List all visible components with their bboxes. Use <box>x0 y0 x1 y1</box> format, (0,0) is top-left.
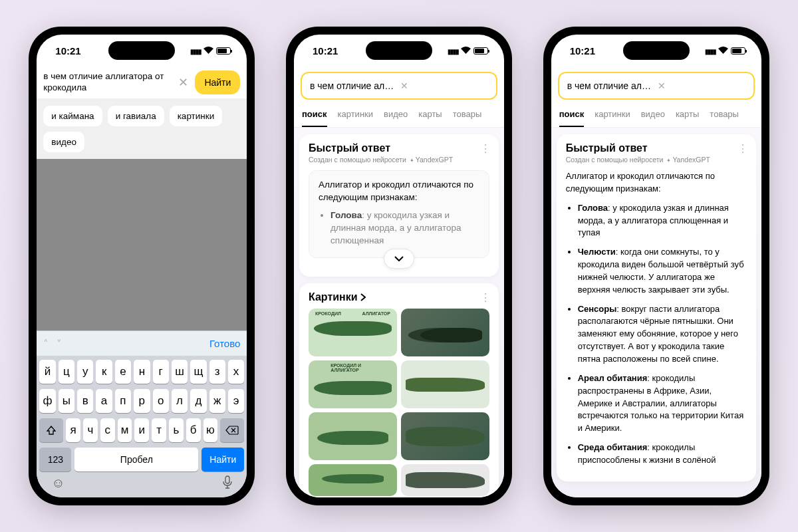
kb-done-button[interactable]: Готово <box>209 338 240 349</box>
answer-bullets: Голова: у крокодила узкая и длинная морд… <box>566 202 747 467</box>
quick-answer-card-expanded: ⋮ Быстрый ответ Создан с помощью нейросе… <box>557 134 756 481</box>
tab-search[interactable]: поиск <box>302 104 327 127</box>
signal-icon <box>448 46 458 56</box>
clear-icon[interactable]: ✕ <box>176 75 191 90</box>
image-result[interactable] <box>309 464 397 496</box>
search-input[interactable]: в чем отличие аллигатора от кр... ✕ <box>558 72 755 100</box>
signal-icon <box>705 46 716 56</box>
letter-key[interactable]: э <box>228 389 244 413</box>
tab-images[interactable]: картинки <box>338 104 374 127</box>
kb-row-2: фывапролджэ <box>39 389 244 413</box>
letter-key[interactable]: г <box>153 360 169 384</box>
status-bar: 10:21 <box>551 35 761 66</box>
shift-key[interactable] <box>39 418 63 442</box>
battery-icon <box>473 47 488 55</box>
answer-bullet: Среда обитания: крокодилы приспособлены … <box>578 442 747 467</box>
letter-key[interactable]: е <box>115 360 131 384</box>
letter-key[interactable]: н <box>134 360 150 384</box>
tab-video[interactable]: видео <box>641 104 665 127</box>
letter-key[interactable]: й <box>39 360 55 384</box>
status-time: 10:21 <box>570 45 595 57</box>
wifi-icon <box>461 46 471 56</box>
answer-bullet: Голова: у крокодила узкая и длинная морд… <box>578 202 747 240</box>
more-icon[interactable]: ⋮ <box>480 291 491 304</box>
search-input[interactable]: в чем отличие аллигатора от кр... ✕ <box>301 72 497 100</box>
letter-key[interactable]: з <box>209 360 225 384</box>
expand-button[interactable] <box>384 249 414 269</box>
chevron-down-icon <box>394 256 404 261</box>
enter-key[interactable]: Найти <box>201 448 244 471</box>
kb-next-icon[interactable]: ˅ <box>57 338 62 350</box>
image-result[interactable]: КРОКОДИЛ И АЛЛИГАТОР <box>309 360 397 408</box>
kb-prev-icon[interactable]: ˄ <box>43 338 49 350</box>
letter-key[interactable]: а <box>96 389 112 413</box>
letter-key[interactable]: ы <box>59 389 74 413</box>
letter-key[interactable]: ж <box>209 389 225 413</box>
images-title[interactable]: Картинки <box>309 291 489 303</box>
answer-bullet: Челюсти: когда они сомкнуты, то у крокод… <box>578 246 747 296</box>
letter-key[interactable]: ш <box>172 360 188 384</box>
phone-results-collapsed: 10:21 в чем отличие аллигатора от кр... … <box>286 27 512 505</box>
chip[interactable]: и каймана <box>43 106 102 126</box>
numeric-key[interactable]: 123 <box>39 448 71 471</box>
letter-key[interactable]: п <box>115 389 131 413</box>
image-result[interactable] <box>401 412 489 460</box>
image-result[interactable] <box>309 412 397 460</box>
card-title: Быстрый ответ <box>566 142 747 154</box>
tab-video[interactable]: видео <box>384 104 408 127</box>
image-result[interactable] <box>401 309 489 356</box>
chip[interactable]: картинки <box>170 106 223 126</box>
chip[interactable]: и гавиала <box>108 106 164 126</box>
image-result[interactable] <box>401 464 489 496</box>
letter-key[interactable]: л <box>172 389 188 413</box>
letter-key[interactable]: ь <box>169 418 184 442</box>
wifi-icon <box>203 46 213 56</box>
tab-goods[interactable]: товары <box>710 104 739 127</box>
letter-key[interactable]: и <box>134 418 149 442</box>
letter-key[interactable]: р <box>134 389 150 413</box>
letter-key[interactable]: т <box>152 418 166 442</box>
emoji-icon[interactable]: ☺ <box>51 475 65 492</box>
content-overlay <box>37 159 247 331</box>
letter-key[interactable]: м <box>118 418 132 442</box>
space-key[interactable]: Пробел <box>74 448 198 471</box>
letter-key[interactable]: в <box>77 389 93 413</box>
letter-key[interactable]: о <box>153 389 169 413</box>
letter-key[interactable]: щ <box>190 360 206 384</box>
mic-icon[interactable] <box>223 475 232 492</box>
tab-search[interactable]: поиск <box>559 104 585 127</box>
tab-goods[interactable]: товары <box>453 104 482 127</box>
letter-key[interactable]: к <box>96 360 112 384</box>
image-result[interactable] <box>401 360 489 408</box>
search-header: в чем отличие аллигатора от крокодила ✕ … <box>37 66 247 99</box>
battery-icon <box>731 47 745 55</box>
clear-icon[interactable]: ✕ <box>398 80 491 91</box>
image-result[interactable]: КРОКОДИЛ АЛЛИГАТОР <box>309 309 397 356</box>
search-query-text: в чем отличие аллигатора от кр... <box>567 80 655 91</box>
tab-images[interactable]: картинки <box>595 104 630 127</box>
chip[interactable]: видео <box>43 132 84 152</box>
search-tabs: поиск картинки видео карты товары <box>551 104 761 128</box>
letter-key[interactable]: ч <box>83 418 98 442</box>
tab-maps[interactable]: карты <box>418 104 442 127</box>
letter-key[interactable]: ф <box>39 389 55 413</box>
letter-key[interactable]: д <box>190 389 206 413</box>
tab-maps[interactable]: карты <box>676 104 699 127</box>
more-icon[interactable]: ⋮ <box>737 142 748 155</box>
letter-key[interactable]: ц <box>59 360 74 384</box>
search-button[interactable]: Найти <box>195 70 240 94</box>
answer-preview: Аллигатор и крокодил отличаются по следу… <box>309 170 489 258</box>
more-icon[interactable]: ⋮ <box>480 142 491 155</box>
quick-answer-card: ⋮ Быстрый ответ Создан с помощью нейросе… <box>299 134 499 277</box>
letter-key[interactable]: х <box>228 360 244 384</box>
letter-key[interactable]: я <box>66 418 80 442</box>
clear-icon[interactable]: ✕ <box>655 80 748 91</box>
images-card: ⋮ Картинки КРОКОДИЛ АЛЛИГАТОР <box>299 283 499 497</box>
search-query-text[interactable]: в чем отличие аллигатора от крокодила <box>43 71 172 94</box>
letter-key[interactable]: с <box>100 418 115 442</box>
letter-key[interactable]: ю <box>203 418 218 442</box>
letter-key[interactable]: у <box>77 360 93 384</box>
letter-key[interactable]: б <box>186 418 201 442</box>
status-bar: 10:21 <box>294 35 504 66</box>
backspace-key[interactable] <box>220 418 244 442</box>
